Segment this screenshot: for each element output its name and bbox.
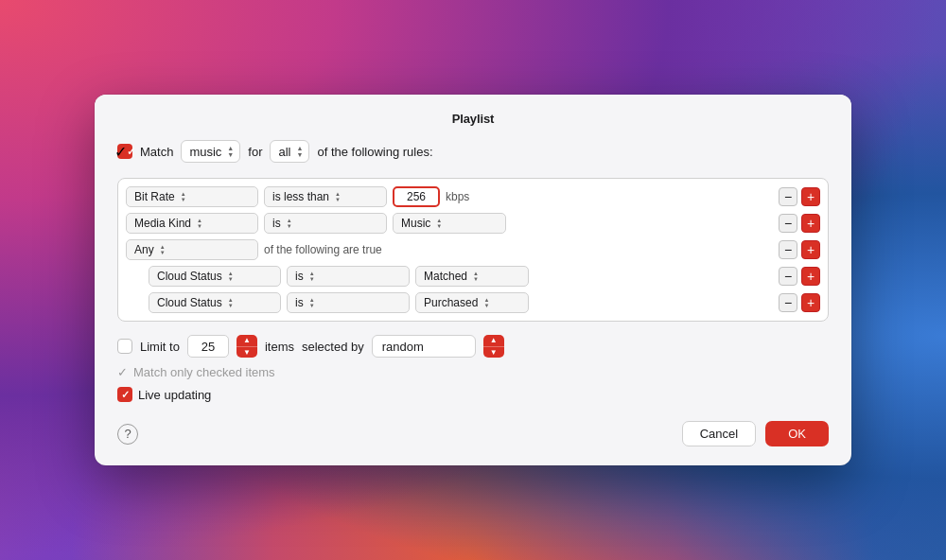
arrow-down-icon: ▼ xyxy=(160,250,166,255)
rule4-field-value: Cloud Status xyxy=(157,270,222,283)
cancel-button[interactable]: Cancel xyxy=(682,421,756,446)
help-button[interactable]: ? xyxy=(117,424,138,445)
rule1-operator-select[interactable]: is less than ▲ ▼ xyxy=(264,186,387,207)
of-following-label: of the following rules: xyxy=(317,145,432,159)
arrow-down-icon: ▼ xyxy=(228,303,234,308)
selected-by-label: selected by xyxy=(302,340,364,354)
rule4-remove-button[interactable]: − xyxy=(779,267,797,286)
rule2-field-arrows: ▲ ▼ xyxy=(197,218,202,229)
items-label: items xyxy=(265,340,294,354)
rule3-field-value: Any xyxy=(134,243,154,256)
arrow-down-icon: ▼ xyxy=(197,223,202,229)
rule4-buttons: − + xyxy=(779,267,820,286)
live-updating-label: Live updating xyxy=(138,388,211,402)
match-checkbox-icon: ✓ xyxy=(114,143,127,161)
bottom-row: ? Cancel OK xyxy=(117,421,829,446)
rule3-group-label: of the following are true xyxy=(264,243,773,256)
rule3-field-select[interactable]: Any ▲ ▼ xyxy=(126,239,258,260)
rule5-field-value: Cloud Status xyxy=(157,296,222,309)
all-select[interactable]: all ▲ ▼ xyxy=(270,140,309,163)
rule-row-5: Cloud Status ▲ ▼ is ▲ ▼ xyxy=(149,292,820,313)
match-only-label: Match only checked items xyxy=(133,365,275,379)
arrow-up-icon: ▲ xyxy=(296,145,303,151)
rule5-field-select[interactable]: Cloud Status ▲ ▼ xyxy=(149,292,281,313)
rule1-buttons: − + xyxy=(779,187,820,206)
rule4-field-select[interactable]: Cloud Status ▲ ▼ xyxy=(149,266,281,287)
all-arrows: ▲ ▼ xyxy=(296,145,303,158)
live-updating-checkbox[interactable]: ✓ xyxy=(117,387,132,402)
arrow-down-icon: ▼ xyxy=(287,223,292,229)
rule1-operator-value: is less than xyxy=(272,190,329,203)
rule-row-3: Any ▲ ▼ of the following are true − + xyxy=(126,239,820,260)
arrow-down-icon: ▼ xyxy=(436,223,442,229)
limit-value-input[interactable] xyxy=(187,335,229,358)
limit-row: Limit to ▲ ▼ items selected by random ▲ … xyxy=(117,335,829,358)
rule5-operator-value: is xyxy=(295,296,304,309)
limit-stepper[interactable]: ▲ ▼ xyxy=(236,335,257,358)
rule2-operator-value: is xyxy=(272,217,281,230)
rule1-add-button[interactable]: + xyxy=(801,187,820,206)
rule3-remove-button[interactable]: − xyxy=(779,240,797,259)
rule5-operator-arrows: ▲ ▼ xyxy=(309,297,315,308)
rule4-value-select[interactable]: Matched ▲ ▼ xyxy=(415,266,529,287)
selected-by-value: random xyxy=(382,340,424,354)
rule1-field-arrows: ▲ ▼ xyxy=(181,191,186,202)
arrow-down-icon: ▼ xyxy=(296,151,303,158)
arrow-down-icon: ▼ xyxy=(335,197,341,202)
rule-row-2: Media Kind ▲ ▼ is ▲ ▼ Mu xyxy=(126,213,820,234)
all-value: all xyxy=(278,145,290,159)
rule5-value: Purchased xyxy=(424,296,478,309)
rule2-value-arrows: ▲ ▼ xyxy=(436,218,442,229)
selected-by-stepper[interactable]: ▲ ▼ xyxy=(483,335,504,358)
dialog-overlay: Playlist ✓ Match music ▲ ▼ for all xyxy=(0,0,946,560)
rule2-operator-select[interactable]: is ▲ ▼ xyxy=(264,213,387,234)
match-only-row: ✓ Match only checked items xyxy=(117,365,829,379)
rule4-operator-select[interactable]: is ▲ ▼ xyxy=(287,266,410,287)
rule1-value-input[interactable] xyxy=(393,186,440,207)
match-row: ✓ Match music ▲ ▼ for all ▲ ▼ xyxy=(117,140,829,163)
rule5-add-button[interactable]: + xyxy=(801,293,820,312)
rule2-value-select[interactable]: Music ▲ ▼ xyxy=(393,213,506,234)
rule1-field-select[interactable]: Bit Rate ▲ ▼ xyxy=(126,186,258,207)
match-checkbox[interactable]: ✓ xyxy=(117,144,132,159)
selected-by-stepper-up[interactable]: ▲ xyxy=(483,335,504,347)
arrow-down-icon: ▼ xyxy=(309,276,315,282)
rule-row-4: Cloud Status ▲ ▼ is ▲ ▼ xyxy=(149,266,820,287)
dialog-content: ✓ Match music ▲ ▼ for all ▲ ▼ xyxy=(95,127,851,465)
rule1-field-value: Bit Rate xyxy=(134,190,175,203)
rule5-buttons: − + xyxy=(779,293,820,312)
rule4-value-arrows: ▲ ▼ xyxy=(473,271,479,282)
match-only-checkmark-icon: ✓ xyxy=(117,365,128,379)
match-type-select[interactable]: music ▲ ▼ xyxy=(181,140,240,163)
rule3-add-button[interactable]: + xyxy=(801,240,820,259)
selected-by-stepper-down[interactable]: ▼ xyxy=(483,347,504,359)
rule2-buttons: − + xyxy=(779,214,820,233)
rule2-value: Music xyxy=(401,217,430,230)
arrow-up-icon: ▲ xyxy=(227,145,234,151)
rule5-operator-select[interactable]: is ▲ ▼ xyxy=(287,292,410,313)
rule2-field-select[interactable]: Media Kind ▲ ▼ xyxy=(126,213,258,234)
limit-checkbox[interactable] xyxy=(117,339,132,354)
rule1-unit: kbps xyxy=(446,190,469,203)
rule4-operator-value: is xyxy=(295,270,304,283)
selected-by-select[interactable]: random xyxy=(372,335,476,358)
match-type-arrows: ▲ ▼ xyxy=(227,145,234,158)
rule3-buttons: − + xyxy=(779,240,820,259)
rule4-field-arrows: ▲ ▼ xyxy=(228,271,234,282)
rule4-add-button[interactable]: + xyxy=(801,267,820,286)
bottom-buttons: Cancel OK xyxy=(682,421,829,446)
rule5-value-select[interactable]: Purchased ▲ ▼ xyxy=(415,292,529,313)
limit-stepper-down[interactable]: ▼ xyxy=(236,347,257,359)
rule2-remove-button[interactable]: − xyxy=(779,214,797,233)
rule1-operator-arrows: ▲ ▼ xyxy=(335,191,341,202)
arrow-down-icon: ▼ xyxy=(483,303,489,308)
dialog-header: Playlist xyxy=(95,95,851,127)
limit-stepper-up[interactable]: ▲ xyxy=(236,335,257,347)
arrow-down-icon: ▼ xyxy=(228,276,234,282)
rule2-add-button[interactable]: + xyxy=(801,214,820,233)
for-label: for xyxy=(248,145,262,159)
limit-to-label: Limit to xyxy=(140,340,180,354)
rule5-remove-button[interactable]: − xyxy=(779,293,797,312)
rule1-remove-button[interactable]: − xyxy=(779,187,797,206)
ok-button[interactable]: OK xyxy=(765,421,829,446)
